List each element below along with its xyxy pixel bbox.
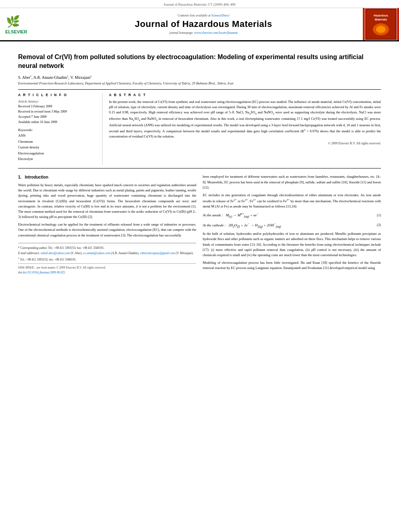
keyword-ec: Electrocoagulation (18, 150, 96, 156)
journal-reference-bar: Journal of Hazardous Materials 171 (2009… (0, 0, 399, 8)
journal-header-center: Contents lists available at ScienceDirec… (44, 8, 363, 40)
elsevier-logo-icon: 🌿 ELSEVIER (4, 13, 40, 35)
equation2-number: (2) (369, 222, 381, 228)
abstract-heading: A B S T R A C T (109, 93, 381, 97)
history-section: Article history: Received 3 February 200… (18, 99, 96, 125)
history-label: Article history: (18, 99, 96, 103)
contents-line: Contents lists available at ScienceDirec… (178, 14, 230, 17)
homepage-link[interactable]: www.elsevier.com/locate/jhazmat (194, 31, 238, 35)
keywords-section: Keywords: ANN Chromium Current density E… (18, 128, 96, 162)
article-info-heading: A R T I C L E I N F O (18, 93, 96, 97)
keywords-label: Keywords: (18, 128, 96, 132)
right-para1: been employed for treatment of different… (203, 174, 381, 190)
section1-heading: 1. Introduction (18, 174, 196, 181)
right-para2: EC includes in situ generation of coagul… (203, 193, 381, 209)
article-content: Removal of Cr(VI) from polluted solution… (0, 41, 399, 280)
right-para3: In the bulk of solution, hydroxides and/… (203, 231, 381, 258)
keyword-chromium: Chromium (18, 139, 96, 144)
history-dates: Received 3 February 2009 Received in rev… (18, 104, 96, 125)
email2-link[interactable]: a.r.amani@yahoo.com (83, 251, 111, 255)
intro-para1: Water pollution by heavy metals, especia… (18, 183, 196, 220)
info-abstract-section: A R T I C L E I N F O Article history: R… (18, 89, 381, 168)
keywords-list: ANN Chromium Current density Electrocoag… (18, 133, 96, 162)
footer-corresponding: * Corresponding author. Tel.: +98 411 33… (18, 246, 196, 250)
abstract-panel: A B S T R A C T In the present work, the… (103, 93, 381, 165)
issn-line: 0304-3894/$ – see front matter © 2009 El… (18, 265, 196, 270)
footer-notes: * Corresponding author. Tel.: +98 411 33… (18, 243, 196, 262)
doi-line: doi:doi:10.1016/j.jhazmat.2009.06.025 (18, 270, 196, 275)
abstract-text: In the present work, the removal of Cr(V… (109, 99, 381, 139)
footer-email: E-mail addresses: soheil.aber@yahoo.com … (18, 251, 196, 255)
svg-point-8 (376, 26, 386, 33)
journal-cover-image: Hazardous Materials (365, 8, 397, 40)
keyword-ann: ANN (18, 133, 96, 138)
equation2-block: At the cathode : 2H2O(l) + 2e− → H2(g) +… (203, 222, 381, 229)
page-container: Journal of Hazardous Materials 171 (2009… (0, 0, 399, 532)
email1-link[interactable]: soheil.aber@yahoo.com (41, 251, 70, 255)
keyword-electrolyte: Electrolyte (18, 156, 96, 162)
doi-bar: 0304-3894/$ – see front matter © 2009 El… (18, 263, 196, 276)
svg-text:ELSEVIER: ELSEVIER (5, 29, 27, 34)
equation1-number: (1) (369, 213, 381, 218)
copyright-line: © 2009 Elsevier B.V. All rights reserved… (109, 142, 381, 145)
journal-cover-area: Hazardous Materials (363, 8, 399, 40)
received-revised-date: Received in revised form 3 May 2009 (18, 109, 96, 115)
sciencedirect-link[interactable]: ScienceDirect (212, 14, 230, 17)
journal-homepage: journal homepage: www.elsevier.com/locat… (169, 31, 238, 35)
article-title: Removal of Cr(VI) from polluted solution… (18, 53, 381, 71)
right-para4: Modeling of electrocoagulation process h… (203, 260, 381, 271)
email-label: E-mail addresses: (18, 251, 40, 255)
journal-header: 🌿 ELSEVIER Contents lists available at S… (0, 8, 399, 41)
journal-reference-text: Journal of Hazardous Materials 171 (2009… (164, 2, 235, 6)
footer-note1: 1 Tel.: +98 411 3393153; fax: +98 411 33… (18, 256, 196, 262)
journal-title: Journal of Hazardous Materials (135, 19, 272, 29)
svg-text:🌿: 🌿 (6, 15, 20, 28)
body-columns: 1. Introduction Water pollution by heavy… (18, 174, 381, 276)
elsevier-logo-area: 🌿 ELSEVIER (0, 8, 44, 40)
authors-line: S. Aber*, A.R. Amani-Ghadim1, V. Mirzaja… (18, 75, 381, 80)
body-col-left: 1. Introduction Water pollution by heavy… (18, 174, 196, 276)
received-date: Received 3 February 2009 (18, 104, 96, 109)
equation1-text: At the anode : M(s) → Mn+(aq) + ne− (203, 212, 369, 219)
article-info-panel: A R T I C L E I N F O Article history: R… (18, 93, 103, 165)
available-date: Available online 16 June 2009 (18, 120, 96, 125)
equation2-text: At the cathode : 2H2O(l) + 2e− → H2(g) +… (203, 222, 369, 229)
equation1-block: At the anode : M(s) → Mn+(aq) + ne− (1) (203, 212, 381, 219)
svg-text:Materials: Materials (375, 18, 387, 21)
accepted-date: Accepted 7 June 2009 (18, 115, 96, 120)
body-col-right: been employed for treatment of different… (203, 174, 381, 276)
contents-text: Contents lists available at (178, 14, 211, 17)
doi-value[interactable]: doi:10.1016/j.jhazmat.2009.06.025 (23, 271, 65, 274)
keyword-current: Current density (18, 144, 96, 150)
svg-text:Hazardous: Hazardous (374, 14, 388, 17)
intro-para2: Electrochemical technology can be applie… (18, 222, 196, 238)
affiliation-line: Environmental Protection Research Labora… (18, 81, 381, 85)
email3-link[interactable]: vahid.mirzajany@gmail.com (140, 251, 175, 255)
